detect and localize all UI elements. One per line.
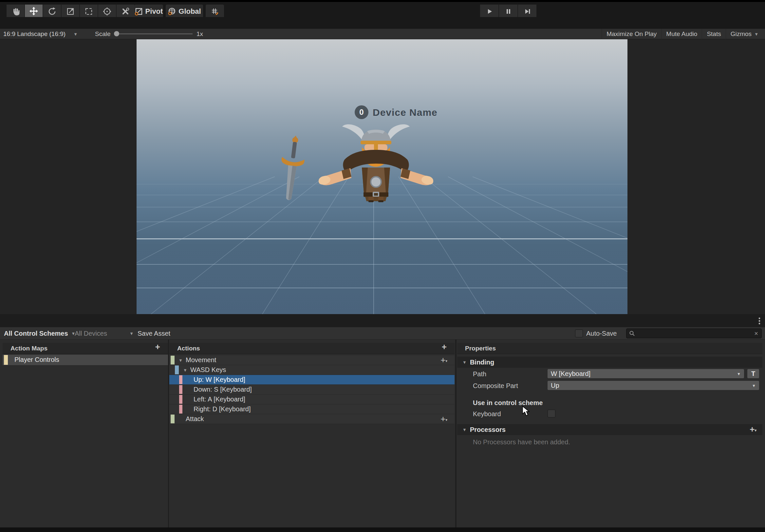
viewport-right-gutter: [627, 39, 765, 314]
device-index-badge: 0: [355, 105, 369, 119]
processors-section-label: Processors: [470, 426, 506, 433]
add-processor-button[interactable]: +▾: [750, 426, 756, 432]
binding-row-label: Left: A [Keyboard]: [194, 396, 245, 403]
gizmos-dropdown[interactable]: Gizmos ▼: [726, 29, 763, 39]
search-field[interactable]: ×: [626, 329, 762, 338]
pause-button[interactable]: [499, 5, 517, 18]
aspect-dropdown-arrow: ▼: [73, 32, 78, 37]
step-icon: [523, 7, 532, 16]
device-name-label: Device Name: [373, 107, 437, 118]
path-value: W [Keyboard]: [551, 370, 590, 377]
scale-slider[interactable]: [115, 33, 193, 34]
add-action-button[interactable]: +: [442, 344, 447, 350]
auto-save-label: Auto-Save: [586, 330, 617, 337]
stats-label: Stats: [707, 30, 721, 38]
action-row-movement[interactable]: ▼ Movement +▾: [169, 355, 454, 365]
binding-row-up-selected[interactable]: Up: W [Keyboard]: [169, 375, 454, 385]
save-asset-label: Save Asset: [138, 330, 170, 337]
binding-color-strip: [179, 385, 182, 394]
play-button[interactable]: [480, 5, 498, 18]
path-label: Path: [473, 371, 486, 378]
scale-slider-knob[interactable]: [114, 31, 119, 36]
pivot-label: Pivot: [145, 7, 163, 16]
action-map-color-strip: [4, 355, 8, 365]
step-button[interactable]: [518, 5, 536, 18]
window-menu-icon[interactable]: [757, 317, 762, 325]
binding-color-strip: [179, 405, 182, 413]
binding-row-left[interactable]: Left: A [Keyboard]: [169, 395, 454, 404]
binding-row-label: Down: S [Keyboard]: [194, 386, 252, 393]
action-row-label: WASD Keys: [190, 366, 226, 374]
composite-part-dropdown[interactable]: Up ▼: [547, 381, 759, 390]
action-map-row-player-controls[interactable]: Player Controls: [3, 355, 168, 365]
action-row-wasd-keys[interactable]: ▼ WASD Keys: [169, 365, 454, 375]
transform-icon: [103, 7, 112, 16]
movement-fold-arrow[interactable]: ▼: [179, 358, 183, 363]
search-clear-icon[interactable]: ×: [754, 330, 758, 337]
scheme-keyboard-checkbox[interactable]: [547, 409, 555, 417]
mute-audio-button[interactable]: Mute Audio: [661, 29, 702, 39]
composite-dropdown-arrow: ▼: [752, 381, 756, 390]
add-binding-button[interactable]: +▾: [440, 415, 447, 422]
control-schemes-dropdown[interactable]: All Control Schemes ▼: [4, 327, 75, 340]
transform-tool-button[interactable]: [98, 5, 116, 18]
pause-icon: [504, 7, 513, 16]
aspect-value: 16:9 Landscape (16:9): [3, 30, 66, 38]
column-divider-1[interactable]: [168, 340, 169, 527]
processors-fold-arrow: ▼: [462, 427, 467, 432]
global-toggle-button[interactable]: Global: [166, 5, 203, 18]
devices-dropdown[interactable]: All Devices ▼: [75, 327, 134, 340]
auto-save-checkbox[interactable]: [575, 330, 583, 337]
rotate-tool-button[interactable]: [43, 5, 61, 18]
path-text-mode-button[interactable]: T: [747, 369, 759, 378]
path-dropdown[interactable]: W [Keyboard] ▼: [547, 369, 744, 378]
hand-tool-button[interactable]: [7, 5, 24, 18]
search-icon: [629, 331, 635, 336]
devices-value: All Devices: [75, 330, 107, 337]
main-toolbar: Pivot Global: [0, 2, 765, 17]
pivot-icon: [135, 7, 143, 16]
custom-tools-button[interactable]: [117, 5, 134, 18]
transform-tools-group: [7, 5, 134, 18]
processors-empty-text: No Processors have been added.: [473, 438, 570, 446]
add-binding-button[interactable]: +▾: [440, 357, 447, 363]
wasd-fold-arrow[interactable]: ▼: [183, 368, 187, 373]
game-viewport: [137, 39, 627, 314]
action-row-attack[interactable]: Attack +▾: [169, 414, 454, 424]
search-input[interactable]: [638, 330, 751, 337]
processors-section-foldout[interactable]: ▼ Processors +▾: [457, 424, 762, 435]
binding-row-down[interactable]: Down: S [Keyboard]: [169, 385, 454, 395]
column-divider-2[interactable]: [455, 340, 456, 527]
play-icon: [485, 7, 494, 16]
binding-fold-arrow: ▼: [462, 360, 467, 365]
maximize-on-play-button[interactable]: Maximize On Play: [602, 29, 661, 39]
rect-tool-button[interactable]: [80, 5, 98, 18]
binding-row-right[interactable]: Right: D [Keyboard]: [169, 404, 454, 414]
move-tool-button[interactable]: [25, 5, 43, 18]
actions-header-label: Actions: [177, 345, 200, 352]
mute-audio-label: Mute Audio: [666, 30, 697, 38]
actions-header: Actions +: [169, 343, 454, 354]
move-icon: [29, 7, 39, 16]
grid-snapping-button[interactable]: [206, 5, 224, 18]
aspect-dropdown[interactable]: 16:9 Landscape (16:9) ▼: [3, 29, 78, 39]
action-row-label: Attack: [186, 415, 204, 423]
device-index: 0: [359, 108, 364, 117]
unity-editor-window: Pivot Global: [0, 0, 765, 532]
globe-icon: [168, 7, 176, 16]
composite-part-value: Up: [551, 382, 559, 389]
properties-header-label: Properties: [465, 345, 496, 352]
action-color-strip: [171, 356, 175, 365]
mouse-cursor: [522, 406, 532, 417]
add-action-map-button[interactable]: +: [155, 344, 160, 350]
composite-part-label: Composite Part: [473, 382, 518, 390]
global-label: Global: [179, 7, 201, 16]
devices-arrow: ▼: [129, 331, 134, 336]
binding-section-foldout[interactable]: ▼ Binding: [457, 357, 762, 368]
path-dropdown-arrow: ▼: [737, 370, 741, 379]
save-asset-button[interactable]: Save Asset: [138, 327, 170, 340]
scale-tool-button[interactable]: [62, 5, 79, 18]
pivot-toggle-button[interactable]: Pivot: [134, 5, 163, 18]
binding-row-label: Up: W [Keyboard]: [194, 376, 245, 384]
stats-button[interactable]: Stats: [702, 29, 725, 39]
